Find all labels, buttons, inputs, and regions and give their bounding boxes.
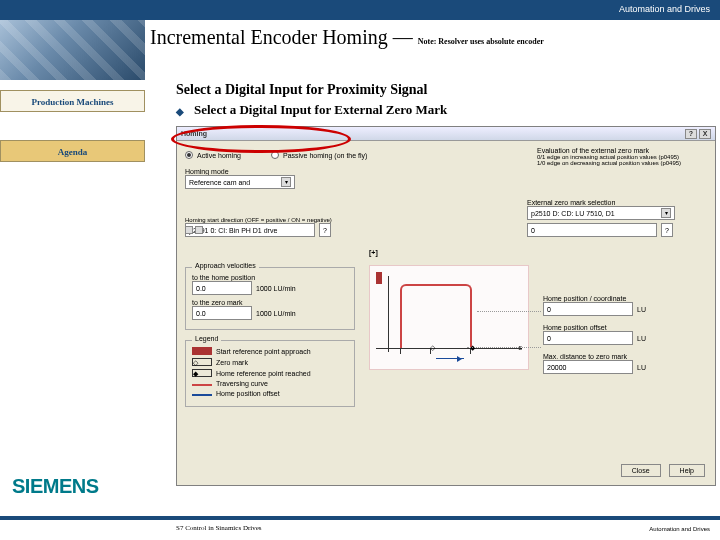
footer-bar xyxy=(0,516,720,520)
legend-swatch-zero: ◇ xyxy=(192,358,212,366)
chevron-down-icon: ▾ xyxy=(281,177,291,187)
approach1-unit: 1000 LU/min xyxy=(256,285,296,292)
approach-title: Approach velocities xyxy=(192,262,259,269)
window-help-button[interactable]: ? xyxy=(685,129,697,139)
rhs-maxdist-value: 20000 xyxy=(547,364,566,371)
help-button[interactable]: Help xyxy=(669,464,705,477)
diagram-plus: [+] xyxy=(369,249,378,256)
rhs-home-coord-label: Home position / coordinate xyxy=(543,295,703,302)
legend-swatch-offset xyxy=(192,394,212,396)
sidebar-item-agenda[interactable]: Agenda xyxy=(0,140,145,162)
approach2-label: to the zero mark xyxy=(192,299,348,306)
homing-mode-label: Homing mode xyxy=(185,168,707,175)
bullet-icon: ◆ xyxy=(176,106,184,117)
dialog-title: Homing xyxy=(181,130,207,137)
sidebar-item-production-machines[interactable]: Production Machines xyxy=(0,90,145,112)
legend2: Zero mark xyxy=(216,359,248,366)
rhs-maxdist-unit: LU xyxy=(637,364,646,371)
sidebar: Production Machines Agenda xyxy=(0,90,145,162)
start-direction-field[interactable]: p2091 0: CI: Bin PH D1 drve xyxy=(185,223,315,237)
close-button[interactable]: Close xyxy=(621,464,661,477)
legend3: Home reference point reached xyxy=(216,370,311,377)
eval-title: Evaluation of the external zero mark xyxy=(537,147,707,154)
slide-title-row: Incremental Encoder Homing — Note: Resol… xyxy=(150,26,544,49)
homing-diagram: ◇ ◆ s xyxy=(369,265,529,370)
approach1-value: 0.0 xyxy=(196,285,206,292)
ext-zero-value: p2510 D: CD: LU 7510, D1 xyxy=(531,210,615,217)
legend4: Traversing curve xyxy=(216,380,268,387)
chevron-down-icon: ▾ xyxy=(661,208,671,218)
legend-swatch-reached: ◆ xyxy=(192,369,212,377)
radio-active-homing[interactable]: Active homing xyxy=(185,147,241,163)
radio-passive-homing[interactable]: Passive homing (on the fly) xyxy=(271,147,367,163)
rhs-home-coord-field[interactable]: 0 xyxy=(543,302,633,316)
slide-dash: — xyxy=(388,26,418,48)
window-close-button[interactable]: X xyxy=(699,129,711,139)
decorative-corner-image xyxy=(0,20,145,80)
legend1: Start reference point approach xyxy=(216,348,311,355)
legend5: Home position offset xyxy=(216,390,280,397)
slide-main-text: Select a Digital Input for Proximity Sig… xyxy=(176,82,447,118)
rhs-offset-unit: LU xyxy=(637,335,646,342)
rhs-home-coord-unit: LU xyxy=(637,306,646,313)
step-buttons[interactable] xyxy=(185,226,203,234)
ext-zero-help[interactable]: ? xyxy=(661,223,673,237)
radio-label: Passive homing (on the fly) xyxy=(283,152,367,159)
slide-line1: Select a Digital Input for Proximity Sig… xyxy=(176,82,447,98)
homing-mode-value: Reference cam and xyxy=(189,179,250,186)
header-bar: Automation and Drives xyxy=(0,0,720,20)
approach2-field[interactable]: 0.0 xyxy=(192,306,252,320)
homing-mode-select[interactable]: Reference cam and ▾ xyxy=(185,175,295,189)
slide-line2-text: Select a Digital Input for External Zero… xyxy=(194,102,447,117)
radio-label: Active homing xyxy=(197,152,241,159)
ext-zero-number: 0 xyxy=(531,227,535,234)
radio-icon xyxy=(271,151,279,159)
eval-line3: 1/0 edge on decreasing actual position v… xyxy=(537,160,707,166)
radio-icon xyxy=(185,151,193,159)
rhs-offset-label: Home position offset xyxy=(543,324,703,331)
approach-group: Approach velocities to the home position… xyxy=(185,267,355,330)
approach1-field[interactable]: 0.0 xyxy=(192,281,252,295)
rhs-maxdist-field[interactable]: 20000 xyxy=(543,360,633,374)
approach2-unit: 1000 LU/min xyxy=(256,310,296,317)
approach2-value: 0.0 xyxy=(196,310,206,317)
rhs-maxdist-label: Max. distance to zero mark xyxy=(543,353,703,360)
rhs-offset-value: 0 xyxy=(547,335,551,342)
rhs-home-coord-value: 0 xyxy=(547,306,551,313)
legend-group: Legend Start reference point approach ◇Z… xyxy=(185,340,355,407)
ext-zero-number-field[interactable]: 0 xyxy=(527,223,657,237)
rhs-offset-field[interactable]: 0 xyxy=(543,331,633,345)
diagram-start-flag xyxy=(376,272,382,284)
ext-zero-label: External zero mark selection xyxy=(527,199,707,206)
start-direction-help[interactable]: ? xyxy=(319,223,331,237)
slide-line2: ◆Select a Digital Input for External Zer… xyxy=(176,102,447,118)
legend-swatch-start xyxy=(192,347,212,355)
slide-title: Incremental Encoder Homing xyxy=(150,26,388,48)
footer-right: Automation and Drives xyxy=(649,526,710,532)
slide-note: Note: Resolver uses absolute encoder xyxy=(418,37,544,46)
ext-zero-select[interactable]: p2510 D: CD: LU 7510, D1 ▾ xyxy=(527,206,675,220)
footer-left: S7 Control in Sinamics Drives xyxy=(176,524,262,532)
legend-swatch-curve xyxy=(192,384,212,386)
legend-title: Legend xyxy=(192,335,221,342)
homing-dialog: Homing ? X Active homing Passive homing … xyxy=(176,126,716,486)
siemens-logo: SIEMENS xyxy=(12,475,99,498)
approach1-label: to the home position xyxy=(192,274,348,281)
dialog-titlebar: Homing ? X xyxy=(177,127,715,141)
